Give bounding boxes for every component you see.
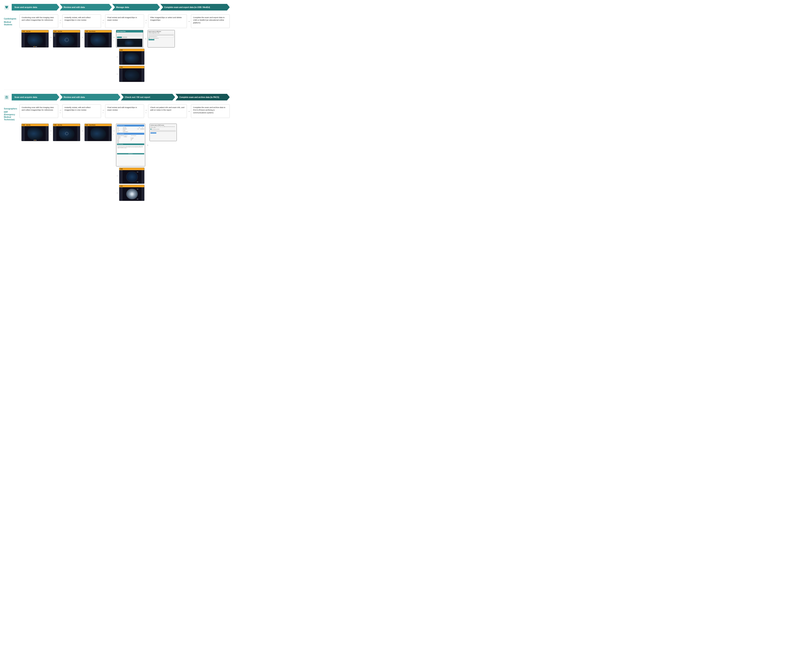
step-box-1-5: Complete the exam and export data to USB… — [191, 15, 230, 28]
screenshot-s1-img: VIVIDJohn Doe — [21, 124, 49, 141]
step-box-2-3: Final review and edit images/clips in ex… — [105, 104, 144, 118]
phase-review-2: Review and edit data — [60, 94, 121, 100]
role-cardiologists: Cardiologists — [4, 18, 20, 20]
screenshot-item-5: Export exams to USB drive Archive images… — [147, 30, 175, 48]
phase-scan-1: Scan and acquire data — [11, 4, 59, 10]
phase-scan-2: Scan and acquire data — [11, 94, 59, 100]
section-divider — [4, 90, 230, 90]
arrow-ss-s1: →← — [49, 129, 53, 136]
phase-checkout-2: Check out / fill out report — [121, 94, 175, 100]
screenshot-2: VIVIDJohn Doe — [53, 30, 80, 48]
sonographer-section: Scan and acquire data Review and edit da… — [4, 94, 230, 201]
phase-export-1: Complete exam and export data (to USB / … — [160, 4, 230, 10]
arrow-ss-s2: →← — [80, 129, 85, 136]
screenshot-s5-pacs: Archive exam to PACS server Archive imag… — [149, 124, 177, 141]
screenshot-s1: VIVIDJohn Doe →← — [21, 124, 53, 141]
report-sub-screenshots: → VIVID ABC ABC — [116, 168, 149, 201]
screenshot-s5: Archive exam to PACS server Archive imag… — [149, 124, 177, 141]
arrow-ss-s4: → — [145, 144, 149, 147]
screenshot-4b: VIVID — [119, 66, 144, 82]
screenshot-s4-group: Patient Information Name John Doe Age 45… — [116, 124, 149, 201]
arrow-3: → ← — [144, 19, 148, 24]
step-box-1-2: Instantly review, edit and collect image… — [62, 15, 101, 28]
cardiologist-section: Scan and acquire data Review and edit da… — [4, 4, 230, 82]
arrow-2-4: → — [187, 110, 191, 113]
arrow-2-3: → ← — [144, 109, 148, 114]
screenshot-item-4-group: Filter Images/Clips — [116, 30, 147, 82]
step-box-2-4: Check out patient info and exam info, an… — [148, 104, 187, 118]
step-box-2-5: Complete the exam and archive data to PA… — [191, 104, 230, 118]
step-box-2-1: Conducting scan with live imaging view a… — [20, 104, 58, 118]
screenshot-4a: VIVID — [119, 49, 144, 65]
screenshot-item-2: VIVIDJohn Doe →← — [53, 30, 85, 48]
screenshot-s2-img: VIVIDJohn Doe — [53, 124, 80, 141]
screenshots-row-1: VIVIDJohn Doe →← — [21, 30, 230, 82]
phase-manage-1: Manage data — [112, 4, 160, 10]
heart-icon — [4, 5, 9, 10]
arrow-ss-3: →← — [112, 36, 116, 42]
screenshot-s4b: VIVID ABC ABC — [119, 185, 144, 201]
phase-archive-2: Complete exam and archive data (to PACS) — [175, 94, 230, 100]
arrow-2-2: → ← — [101, 109, 105, 114]
screenshot-s3: VIVIDExam Review →← — [85, 124, 116, 141]
screenshot-5: Export exams to USB drive Archive images… — [147, 30, 175, 48]
screenshot-s2: VIVIDJohn Doe →← — [53, 124, 85, 141]
arrow-2-1: → ← — [58, 109, 62, 114]
screenshot-4: Filter Images/Clips — [116, 30, 143, 48]
arrow-ss-1: →← — [49, 36, 53, 42]
screenshot-s4-report: Patient Information Name John Doe Age 45… — [116, 124, 145, 167]
role-sonographers: Sonographers — [4, 108, 20, 110]
screenshot-item-1: VIVIDJohn Doe →← — [21, 30, 53, 48]
screenshot-s3-img: VIVIDExam Review — [85, 124, 112, 141]
screenshot-item-3: VIVIDExam Review →← — [85, 30, 116, 48]
sub-screenshots: → VIVID → — [116, 49, 144, 82]
role-emt: EMT (Emergency Medical Technician) — [4, 111, 20, 121]
screenshot-1: VIVIDJohn Doe — [21, 30, 49, 48]
medical-kit-icon — [4, 95, 9, 100]
step-box-2-2: Instantly review, edit and collect image… — [62, 104, 101, 118]
arrow-ss-2: →← — [80, 36, 85, 42]
screenshot-s4a: VIVID ABC ABC — [119, 168, 144, 184]
phase-review-1: Review and edit data — [60, 4, 112, 10]
step-box-1-3: Final review and edit images/clips in ex… — [105, 15, 144, 28]
step-box-1-4: Filter images/clips or select and delete… — [148, 15, 187, 28]
screenshot-3: VIVIDExam Review — [85, 30, 112, 48]
role-med-students: Medical Students — [4, 21, 20, 26]
arrow-4: → — [187, 20, 191, 23]
arrow-ss-4: → — [143, 37, 147, 40]
arrow-2: → ← — [101, 19, 105, 24]
step-box-1-1: Conducting scan with live imaging view a… — [20, 15, 58, 28]
screenshots-row-2: VIVIDJohn Doe →← V — [21, 124, 230, 201]
arrow-ss-s3: →← — [112, 129, 116, 136]
arrow-1: → ← — [58, 19, 62, 24]
